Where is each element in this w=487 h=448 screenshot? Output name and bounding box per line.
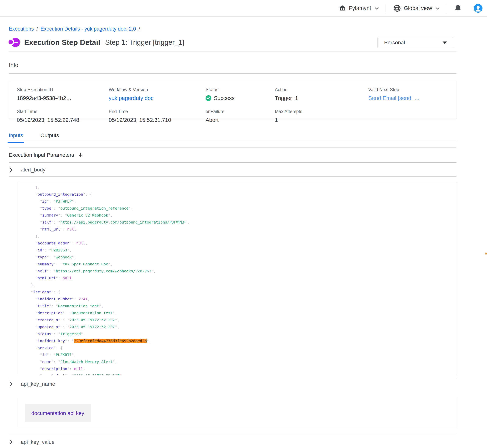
- select-arrow-icon: [443, 41, 447, 44]
- breadcrumb-link-executions[interactable]: Executions: [9, 26, 34, 32]
- org-switcher[interactable]: Fylamynt: [339, 5, 379, 12]
- bell-icon: [454, 4, 462, 12]
- divider: [9, 147, 456, 148]
- info-field-label: Action: [275, 87, 368, 92]
- topbar-divider: [447, 4, 447, 12]
- end-time-value: 05/19/2023, 15:52:31.710: [109, 117, 206, 123]
- info-field-label: Valid Next Step: [368, 87, 456, 92]
- tab-inputs[interactable]: Inputs: [8, 132, 24, 143]
- onfailure-value: Abort: [206, 117, 275, 123]
- max-attempts-value: 1: [275, 117, 368, 123]
- divider: [9, 73, 456, 73]
- chevron-right-icon: [9, 167, 12, 172]
- workflow-link[interactable]: yuk pagerduty doc: [109, 95, 206, 101]
- download-params-button[interactable]: [78, 152, 83, 158]
- topbar-divider: [386, 4, 386, 12]
- api-key-name-chip: documentation api key: [25, 404, 91, 422]
- info-field-label: Start Time: [17, 109, 109, 114]
- info-field: Action Trigger_1: [275, 87, 368, 101]
- param-row-api-key-name[interactable]: api_key_name: [9, 381, 55, 387]
- tab-bar: Inputs Outputs: [8, 132, 60, 143]
- param-row-api-key-value[interactable]: api_key_value: [9, 439, 55, 445]
- title-row: Execution Step Detail Step 1: Trigger [t…: [8, 37, 184, 48]
- breadcrumb-separator: /: [36, 26, 38, 32]
- start-time-value: 05/19/2023, 15:52:29.748: [17, 117, 109, 123]
- status-badge: Success: [206, 95, 275, 101]
- page-title: Execution Step Detail: [24, 38, 100, 47]
- status-text: Success: [214, 95, 235, 101]
- bank-icon: [339, 5, 346, 12]
- chevron-down-icon: [374, 7, 379, 10]
- info-field-label: Max Attempts: [275, 109, 368, 114]
- info-field: Valid Next Step Send Email [send_…: [368, 87, 456, 101]
- org-label: Fylamynt: [349, 5, 371, 11]
- chevron-right-icon: [9, 440, 12, 445]
- info-field: Step Execution ID 18992a43-9538-4b2…: [17, 87, 109, 101]
- view-switcher[interactable]: Global view: [393, 4, 440, 12]
- scrollbar-highlight-tick: [485, 253, 487, 255]
- info-heading: Info: [9, 62, 18, 68]
- info-field-label: Status: [206, 87, 275, 92]
- scope-select-value: Personal: [384, 40, 443, 46]
- info-field: Max Attempts 1: [275, 109, 368, 123]
- api-key-name-value-box: documentation api key: [18, 398, 456, 428]
- info-field-label: onFailure: [206, 109, 275, 114]
- view-label: Global view: [404, 5, 432, 11]
- info-field: Status Success: [206, 87, 275, 101]
- tab-outputs[interactable]: Outputs: [39, 132, 60, 143]
- top-bar: Fylamynt Global view: [0, 0, 487, 16]
- breadcrumb-link-execution-details[interactable]: Execution Details - yuk pagerduty doc: 2…: [41, 26, 136, 32]
- param-row-alert-body[interactable]: alert_body: [9, 167, 46, 173]
- breadcrumb-separator: /: [138, 26, 140, 32]
- chevron-right-icon: [9, 382, 12, 386]
- divider: [9, 176, 456, 176]
- info-field: Start Time 05/19/2023, 15:52:29.748: [17, 109, 109, 123]
- divider: [9, 378, 456, 378]
- info-field: onFailure Abort: [206, 109, 275, 123]
- action-value: Trigger_1: [275, 95, 368, 101]
- trigger-step-icon: [8, 37, 20, 48]
- chevron-down-icon: [436, 7, 440, 10]
- download-arrow-icon: [78, 152, 83, 158]
- params-header: Execution Input Parameters: [9, 152, 83, 158]
- param-label: alert_body: [21, 167, 46, 173]
- globe-icon: [393, 4, 401, 12]
- step-execution-id: 18992a43-9538-4b2…: [17, 95, 109, 101]
- page-subtitle: Step 1: Trigger [trigger_1]: [105, 39, 184, 46]
- divider: [9, 162, 456, 163]
- param-label: api_key_name: [21, 381, 55, 387]
- page: Fylamynt Global view: [0, 0, 487, 448]
- account-avatar[interactable]: [474, 4, 482, 13]
- info-card: Step Execution ID 18992a43-9538-4b2… Wor…: [9, 81, 456, 119]
- info-field: End Time 05/19/2023, 15:52:31.710: [109, 109, 206, 123]
- check-circle-icon: [206, 95, 211, 101]
- divider: [9, 434, 456, 434]
- valid-next-step-link[interactable]: Send Email [send_…: [368, 95, 456, 101]
- code-pre: "summary": "CloudWatch-Memory-Alert Auto…: [18, 182, 456, 375]
- divider: [8, 141, 456, 141]
- param-label: api_key_value: [21, 439, 55, 445]
- breadcrumb: Executions/Execution Details - yuk pager…: [9, 26, 143, 32]
- alert-body-json-viewer[interactable]: "summary": "CloudWatch-Memory-Alert Auto…: [18, 182, 456, 375]
- scope-select[interactable]: Personal: [378, 37, 453, 48]
- notifications-button[interactable]: [454, 4, 462, 12]
- info-field-label: End Time: [109, 109, 206, 114]
- info-field-label: Step Execution ID: [17, 87, 109, 92]
- divider: [9, 391, 456, 391]
- info-field-label: Workflow & Version: [109, 87, 206, 92]
- params-title: Execution Input Parameters: [9, 152, 74, 158]
- info-field: Workflow & Version yuk pagerduty doc: [109, 87, 206, 101]
